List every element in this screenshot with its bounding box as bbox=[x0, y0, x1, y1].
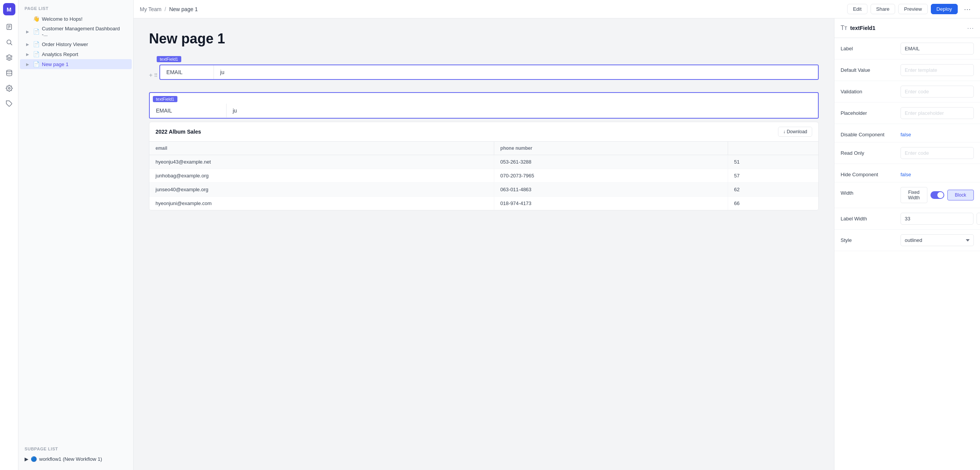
page-list-panel: Page list 👋 Welcome to Hops! ▶ 📄 Custome… bbox=[18, 0, 134, 470]
table-row: junseo40@example.org 063-011-4863 62 bbox=[149, 183, 818, 197]
validation-input[interactable] bbox=[901, 86, 974, 98]
hide-component-value: false bbox=[901, 169, 974, 177]
share-button[interactable]: Share bbox=[871, 4, 896, 14]
right-panel-more-button[interactable]: ⋯ bbox=[967, 24, 974, 32]
block-width-button[interactable]: Block bbox=[947, 190, 974, 200]
welcome-label: Welcome to Hops! bbox=[42, 16, 126, 22]
cell-email: hyeonju43@example.net bbox=[149, 155, 494, 169]
dropdown-row: EMAIL ju bbox=[150, 104, 818, 118]
analytics-report-item[interactable]: ▶ 📄 Analytics Report bbox=[20, 49, 132, 59]
customer-label: Customer Management Dashboard -... bbox=[42, 26, 126, 37]
new-page-icon: 📄 bbox=[33, 61, 40, 67]
app-logo: M bbox=[3, 3, 15, 15]
style-field: Style outlined filled standard bbox=[834, 230, 980, 251]
col-email: email bbox=[149, 142, 494, 155]
analytics-chevron: ▶ bbox=[26, 52, 31, 56]
settings-nav-icon[interactable] bbox=[2, 81, 16, 95]
order-icon: 📄 bbox=[33, 41, 40, 47]
cell-email: hyeonjuni@example.com bbox=[149, 197, 494, 210]
customer-icon: 📄 bbox=[33, 28, 40, 35]
page-title: New page 1 bbox=[149, 31, 819, 47]
current-page-name: New page 1 bbox=[169, 6, 198, 12]
breadcrumb: My Team / New page 1 bbox=[140, 6, 844, 12]
download-button[interactable]: ↓ Download bbox=[778, 127, 812, 137]
hide-component-field-value: false bbox=[901, 169, 974, 177]
customer-chevron: ▶ bbox=[26, 30, 31, 34]
width-field-value: Fixed Width Block bbox=[901, 187, 974, 203]
table-row: junhobag@example.org 070-2073-7965 57 bbox=[149, 169, 818, 183]
new-page-label: New page 1 bbox=[42, 61, 126, 67]
right-panel-title: textField1 bbox=[850, 25, 964, 31]
workflow-icon: 🔵 bbox=[31, 456, 37, 462]
width-toggle-row: Fixed Width Block bbox=[901, 187, 974, 203]
add-component-button[interactable]: + bbox=[149, 72, 152, 79]
dropdown-badge: textField1 bbox=[153, 96, 177, 102]
hide-component-field: Hide Component false bbox=[834, 164, 980, 182]
placeholder-input[interactable] bbox=[901, 107, 974, 119]
preview-button[interactable]: Preview bbox=[898, 4, 927, 14]
cell-phone: 070-2073-7965 bbox=[494, 169, 728, 183]
team-name[interactable]: My Team bbox=[140, 6, 162, 12]
cell-email: junseo40@example.org bbox=[149, 183, 494, 197]
dropdown-value: ju bbox=[227, 104, 243, 118]
svg-point-6 bbox=[7, 70, 12, 72]
label-input[interactable] bbox=[901, 43, 974, 55]
data-table: email phone number hyeonju43@example.net… bbox=[149, 142, 818, 210]
textfield-badge-top: textField1 bbox=[157, 56, 181, 62]
fixed-width-button[interactable]: Fixed Width bbox=[901, 187, 927, 203]
table-row: hyeonjuni@example.com 018-974-4173 66 bbox=[149, 197, 818, 210]
cell-num: 66 bbox=[728, 197, 818, 210]
deploy-button[interactable]: Deploy bbox=[931, 4, 958, 14]
subpage-list-title: Subpage list bbox=[18, 440, 133, 454]
database-nav-icon[interactable] bbox=[2, 66, 16, 80]
read-only-field-name: Read Only bbox=[841, 147, 894, 156]
search-nav-icon[interactable] bbox=[2, 35, 16, 49]
label-field-value bbox=[901, 43, 974, 55]
validation-field-value bbox=[901, 86, 974, 98]
textfield-component: EMAIL bbox=[159, 65, 819, 80]
right-panel: Tт textField1 ⋯ Label Default Value bbox=[834, 18, 980, 470]
hide-component-field-name: Hide Component bbox=[841, 169, 894, 177]
order-chevron: ▶ bbox=[26, 42, 31, 46]
workflow1-item[interactable]: ▶ 🔵 workflow1 (New Workflow 1) bbox=[18, 454, 133, 464]
workflow-chevron: ▶ bbox=[25, 456, 28, 462]
label-width-unit[interactable]: % bbox=[977, 213, 980, 225]
width-toggle[interactable] bbox=[930, 191, 944, 199]
welcome-page-item[interactable]: 👋 Welcome to Hops! bbox=[20, 14, 132, 24]
order-history-item[interactable]: ▶ 📄 Order History Viewer bbox=[20, 39, 132, 49]
label-width-row: % bbox=[901, 213, 980, 225]
textfield-input[interactable] bbox=[214, 65, 818, 79]
deploy-nav-icon[interactable] bbox=[2, 51, 16, 65]
welcome-icon: 👋 bbox=[33, 16, 40, 22]
default-value-field-value bbox=[901, 64, 974, 76]
placeholder-field: Placeholder bbox=[834, 103, 980, 124]
cell-num: 51 bbox=[728, 155, 818, 169]
more-options-button[interactable]: ⋯ bbox=[961, 3, 974, 15]
workflow-label: workflow1 (New Workflow 1) bbox=[39, 456, 102, 462]
label-width-field-name: Label Width bbox=[841, 213, 894, 222]
table-header: 2022 Album Sales ↓ Download bbox=[149, 122, 818, 142]
analytics-icon: 📄 bbox=[33, 51, 40, 57]
validation-field: Validation bbox=[834, 81, 980, 103]
read-only-field: Read Only bbox=[834, 142, 980, 164]
label-field-name: Label bbox=[841, 43, 894, 51]
page-list-title: Page list bbox=[18, 6, 133, 14]
icon-sidebar: M bbox=[0, 0, 18, 470]
extensions-nav-icon[interactable] bbox=[2, 97, 16, 111]
svg-point-4 bbox=[7, 40, 11, 44]
read-only-input[interactable] bbox=[901, 147, 974, 159]
cell-email: junhobag@example.org bbox=[149, 169, 494, 183]
style-select[interactable]: outlined filled standard bbox=[901, 234, 974, 246]
svg-point-7 bbox=[8, 88, 10, 89]
new-page-item[interactable]: ▶ 📄 New page 1 bbox=[20, 59, 132, 69]
right-panel-header: Tт textField1 ⋯ bbox=[834, 18, 980, 38]
default-value-input[interactable] bbox=[901, 64, 974, 76]
pages-nav-icon[interactable] bbox=[2, 20, 16, 34]
breadcrumb-separator: / bbox=[165, 6, 166, 12]
customer-mgmt-item[interactable]: ▶ 📄 Customer Management Dashboard -... bbox=[20, 24, 132, 39]
edit-button[interactable]: Edit bbox=[847, 4, 867, 14]
col-phone: phone number bbox=[494, 142, 728, 155]
style-field-name: Style bbox=[841, 234, 894, 243]
disable-component-field-value: false bbox=[901, 129, 974, 137]
label-width-input[interactable] bbox=[901, 213, 973, 225]
